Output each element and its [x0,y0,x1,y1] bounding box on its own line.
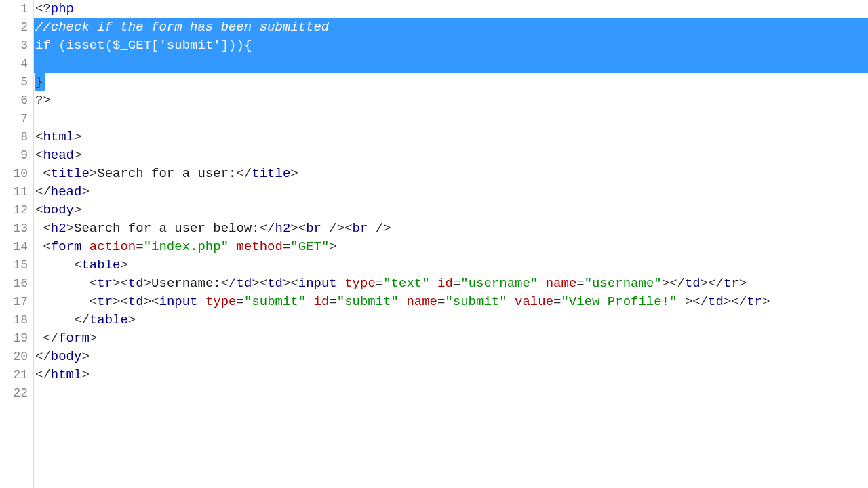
line-number: 17 [4,293,28,311]
line-number: 22 [4,384,28,403]
line-number: 10 [4,165,28,183]
code-line[interactable]: <?php [34,0,868,18]
code-line[interactable]: <html> [34,128,868,146]
line-number: 6 [4,92,28,110]
line-number: 21 [4,366,28,384]
code-line[interactable]: } [34,73,868,92]
code-line[interactable]: <table> [34,256,868,274]
code-editor[interactable]: 12345678910111213141516171819202122 <?ph… [0,0,868,488]
line-number: 14 [4,238,28,256]
code-line[interactable]: <head> [34,146,868,165]
line-number-gutter: 12345678910111213141516171819202122 [0,0,34,488]
code-line[interactable] [34,110,868,128]
line-number: 13 [4,220,28,238]
line-number: 16 [4,274,28,293]
code-line[interactable]: </html> [34,366,868,384]
code-line[interactable]: <title>Search for a user:</title> [34,165,868,183]
code-line[interactable]: if (isset($_GET['submit'])){ [34,37,868,55]
line-number: 12 [4,201,28,220]
code-line[interactable]: </table> [34,311,868,329]
line-number: 4 [4,55,28,73]
code-line[interactable] [34,384,868,403]
line-number: 8 [4,128,28,146]
code-line[interactable]: //check if the form has been submitted [34,18,868,37]
code-line[interactable]: ?> [34,92,868,110]
line-number: 15 [4,256,28,274]
code-line[interactable]: <form action="index.php" method="GET"> [34,238,868,256]
code-area[interactable]: <?php//check if the form has been submit… [34,0,868,488]
code-line[interactable]: </head> [34,183,868,201]
line-number: 19 [4,329,28,348]
code-line[interactable]: <tr><td><input type="submit" id="submit"… [34,293,868,311]
line-number: 11 [4,183,28,201]
code-line[interactable]: <h2>Search for a user below:</h2><br /><… [34,220,868,238]
line-number: 7 [4,110,28,128]
line-number: 20 [4,348,28,366]
line-number: 1 [4,0,28,18]
line-number: 3 [4,37,28,55]
line-number: 18 [4,311,28,329]
line-number: 5 [4,73,28,92]
code-line[interactable]: <body> [34,201,868,220]
code-line[interactable]: </body> [34,348,868,366]
code-line[interactable]: <tr><td>Username:</td><td><input type="t… [34,274,868,293]
line-number: 2 [4,18,28,37]
line-number: 9 [4,146,28,165]
code-line[interactable] [34,55,868,73]
code-line[interactable]: </form> [34,329,868,348]
